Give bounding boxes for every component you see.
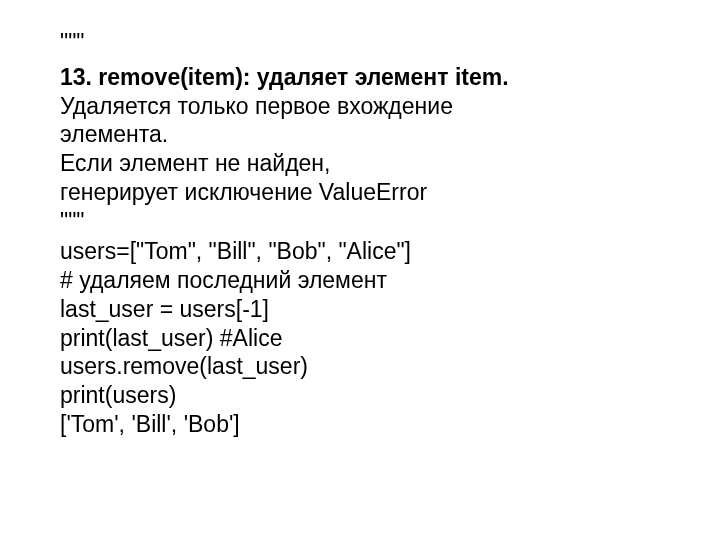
description-line-4: генерирует исключение ValueError [60,178,660,207]
code-line-4: print(last_user) #Alice [60,324,660,353]
docstring-close: """ [60,207,660,236]
code-line-1: users=["Tom", "Bill", "Bob", "Alice"] [60,237,660,266]
heading-text: 13. remove(item): удаляет элемент item. [60,63,660,92]
description-line-2: элемента. [60,120,660,149]
code-line-5: users.remove(last_user) [60,352,660,381]
description-line-1: Удаляется только первое вхождение [60,92,660,121]
document-content: """ 13. remove(item): удаляет элемент it… [60,28,660,439]
code-line-6: print(users) [60,381,660,410]
code-line-7: ['Tom', 'Bill', 'Bob'] [60,410,660,439]
code-line-3: last_user = users[-1] [60,295,660,324]
code-line-2: # удаляем последний элемент [60,266,660,295]
heading-block: 13. remove(item): удаляет элемент item. … [60,63,660,236]
docstring-open: """ [60,28,660,57]
description-line-3: Если элемент не найден, [60,149,660,178]
code-block: users=["Tom", "Bill", "Bob", "Alice"] # … [60,237,660,438]
